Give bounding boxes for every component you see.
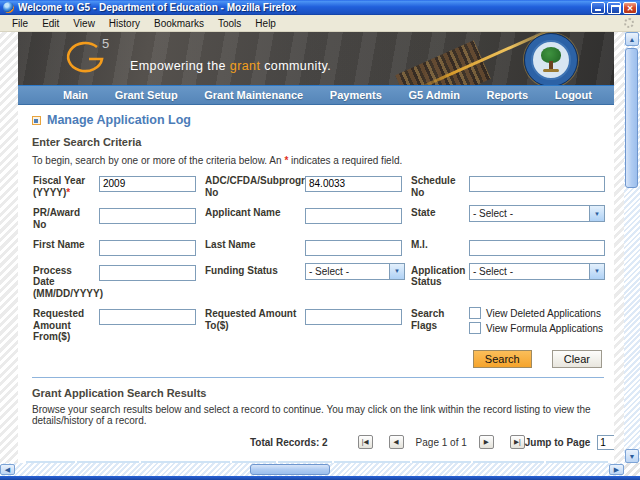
search-flags-group: View Deleted Applications View Formula A… [469, 306, 611, 334]
nav-item-grant-setup[interactable]: Grant Setup [115, 89, 178, 101]
requested-from-label: Requested Amount From($) [33, 306, 99, 343]
horizontal-scrollbar[interactable]: ◀ ▶ [0, 463, 624, 476]
schedule-no-cell [469, 173, 611, 192]
scroll-up-button[interactable]: ▲ [625, 32, 639, 46]
menu-history[interactable]: History [103, 17, 146, 30]
view-formula-label: View Formula Applications [486, 323, 603, 334]
first-name-label: First Name [33, 237, 99, 251]
seal-tree-base [543, 69, 559, 72]
menu-tools[interactable]: Tools [212, 17, 247, 30]
search-form: Fiscal Year (YYYY)* ADC/CFDA/Subprogram … [32, 173, 604, 343]
search-section-title: Enter Search Criteria [32, 136, 604, 148]
vertical-scrollbar[interactable]: ▲ ▼ [624, 32, 640, 463]
view-formula-checkbox[interactable] [469, 322, 481, 334]
page-title-bullet-icon [32, 116, 41, 125]
pagination-row: Total Records: 2 |◀ ◀ Page 1 of 1 ▶ ▶| J… [32, 435, 604, 450]
chevron-down-icon: ▼ [589, 264, 604, 279]
scroll-left-button[interactable]: ◀ [0, 464, 15, 475]
funding-status-cell: - Select - ▼ [305, 263, 411, 280]
fiscal-year-input[interactable] [99, 176, 196, 192]
window-bottom-border [0, 476, 640, 480]
results-instructions: Browse your search results below and sel… [32, 404, 604, 426]
first-name-input[interactable] [99, 240, 196, 256]
seal-inner [531, 40, 571, 80]
nav-item-logout[interactable]: Logout [555, 89, 592, 101]
chevron-down-icon: ▼ [589, 206, 604, 221]
scroll-right-button[interactable]: ▶ [609, 464, 624, 475]
page-indicator: Page 1 of 1 [416, 437, 467, 448]
tagline: Empowering the grant community. [130, 59, 331, 73]
first-page-button[interactable]: |◀ [358, 435, 373, 449]
page-body: Manage Application Log Enter Search Crit… [18, 113, 614, 463]
state-cell: - Select - ▼ [469, 205, 611, 222]
window-title: Welcome to G5 - Department of Education … [18, 2, 591, 13]
window-controls: ✕ [591, 2, 637, 14]
nav-item-grant-maintenance[interactable]: Grant Maintenance [204, 89, 303, 101]
tagline-accent: grant [230, 59, 261, 73]
menu-help[interactable]: Help [249, 17, 282, 30]
requested-from-input[interactable] [99, 309, 196, 325]
requested-to-input[interactable] [305, 309, 402, 325]
applicant-name-input[interactable] [305, 208, 402, 224]
next-page-button[interactable]: ▶ [479, 435, 494, 449]
funding-status-select[interactable]: - Select - ▼ [305, 263, 405, 280]
nav-item-g5-admin[interactable]: G5 Admin [408, 89, 460, 101]
view-formula-row: View Formula Applications [469, 322, 611, 334]
mi-cell [469, 237, 611, 256]
schedule-no-input[interactable] [469, 176, 605, 192]
form-buttons: Search Clear [32, 350, 602, 368]
fiscal-year-label-text: Fiscal Year (YYYY) [33, 175, 85, 198]
total-records: Total Records: 2 [250, 437, 328, 448]
applicant-name-label: Applicant Name [205, 205, 305, 219]
previous-page-button[interactable]: ◀ [389, 435, 404, 449]
search-instructions-post: indicates a required field. [288, 155, 402, 166]
restore-button[interactable] [607, 2, 621, 14]
g5-page: 5 Empowering the grant community. Main G… [18, 32, 614, 463]
minimize-button[interactable] [591, 2, 605, 14]
clear-button[interactable]: Clear [552, 350, 602, 368]
last-name-cell [305, 237, 411, 256]
nav-item-payments[interactable]: Payments [330, 89, 382, 101]
menu-edit[interactable]: Edit [36, 17, 65, 30]
nav-item-main[interactable]: Main [63, 89, 88, 101]
browser-window: Welcome to G5 - Department of Education … [0, 0, 640, 480]
process-date-input[interactable] [99, 265, 196, 281]
search-button[interactable]: Search [473, 350, 532, 368]
scrollbar-corner [624, 463, 640, 476]
search-instructions-pre: To begin, search by one or more of the c… [32, 155, 284, 166]
last-name-input[interactable] [305, 240, 402, 256]
state-select-value: - Select - [470, 208, 589, 219]
adc-cfda-label: ADC/CFDA/Subprogram No [205, 173, 305, 198]
view-deleted-label: View Deleted Applications [486, 308, 601, 319]
application-status-label: Application Status [411, 263, 469, 288]
requested-to-cell [305, 306, 411, 325]
nav-item-reports[interactable]: Reports [487, 89, 529, 101]
applicant-name-cell [305, 205, 411, 224]
menu-bar: File Edit View History Bookmarks Tools H… [0, 15, 640, 32]
state-select[interactable]: - Select - ▼ [469, 205, 605, 222]
adc-cfda-input[interactable] [305, 176, 402, 192]
application-status-select[interactable]: - Select - ▼ [469, 263, 605, 280]
page-title-row: Manage Application Log [32, 113, 604, 127]
department-of-education-seal [524, 33, 578, 86]
last-page-button[interactable]: ▶| [510, 435, 525, 449]
menu-bookmarks[interactable]: Bookmarks [148, 17, 210, 30]
mi-input[interactable] [469, 240, 605, 256]
menu-file[interactable]: File [6, 17, 34, 30]
menu-view[interactable]: View [67, 17, 101, 30]
tagline-post: community. [260, 59, 331, 73]
scroll-down-button[interactable]: ▼ [625, 449, 639, 463]
application-status-cell: - Select - ▼ [469, 263, 611, 280]
view-deleted-checkbox[interactable] [469, 307, 481, 319]
pr-award-no-input[interactable] [99, 208, 196, 224]
process-date-label: Process Date (MM/DD/YYYY) [33, 263, 99, 300]
jump-to-page-input[interactable] [597, 435, 614, 450]
first-name-cell [99, 237, 205, 256]
close-button[interactable]: ✕ [623, 2, 637, 14]
fiscal-year-cell [99, 173, 205, 192]
throbber-icon [624, 18, 634, 28]
schedule-no-label: Schedule No [411, 173, 469, 198]
vertical-scroll-thumb[interactable] [625, 48, 638, 188]
horizontal-scroll-thumb[interactable] [250, 464, 330, 475]
last-name-label: Last Name [205, 237, 305, 251]
